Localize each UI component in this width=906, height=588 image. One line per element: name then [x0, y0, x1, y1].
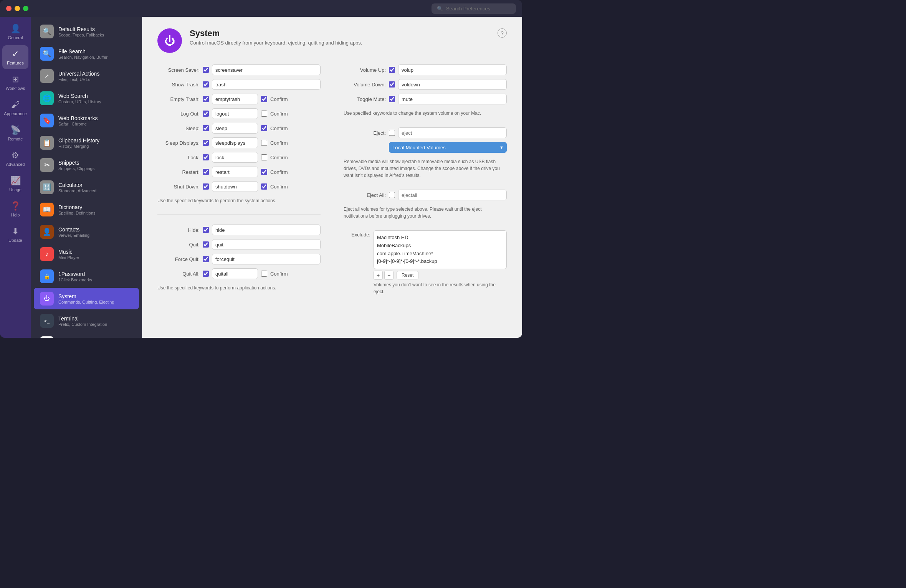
page-title: System [190, 28, 362, 38]
sleep-input[interactable] [212, 123, 258, 134]
menu-subtitle: Mini Player [58, 255, 133, 260]
terminal-icon: >_ [40, 314, 54, 328]
volumeup-input[interactable] [398, 64, 507, 75]
menu-title: System [58, 293, 133, 299]
sidebar-item-advanced[interactable]: ⚙ Advanced [2, 147, 28, 170]
emptytrash-checkbox[interactable] [203, 96, 209, 102]
sidebar-item-remote[interactable]: 📡 Remote [2, 121, 28, 145]
forcequit-label: Force Quit: [157, 256, 200, 262]
lock-checkbox[interactable] [203, 154, 209, 160]
eject-scope-dropdown[interactable]: Local Mounted Volumes All Mounted Volume… [389, 142, 507, 153]
menu-item-contacts[interactable]: 👤 Contacts Viewer, Emailing [34, 221, 139, 243]
emptytrash-input[interactable] [212, 94, 258, 104]
quitall-checkbox[interactable] [203, 271, 209, 277]
menu-item-terminal[interactable]: >_ Terminal Prefix, Custom Integration [34, 310, 139, 332]
search-bar[interactable]: 🔍 [432, 3, 516, 14]
menu-item-large-type[interactable]: L Large Type Display, Font [34, 332, 139, 338]
shutdown-checkbox[interactable] [203, 183, 209, 190]
volumedown-checkbox[interactable] [389, 81, 395, 88]
lock-input[interactable] [212, 152, 258, 163]
menu-item-web-bookmarks[interactable]: 🔖 Web Bookmarks Safari, Chrome [34, 110, 139, 131]
menu-item-dictionary[interactable]: 📖 Dictionary Spelling, Definitions [34, 199, 139, 220]
quitall-confirm-checkbox[interactable] [261, 271, 267, 277]
help-button[interactable]: ? [498, 28, 507, 38]
ejectall-input[interactable] [398, 190, 507, 200]
search-input[interactable] [446, 6, 511, 12]
minimize-button[interactable] [15, 6, 20, 11]
shutdown-input[interactable] [212, 181, 258, 192]
mute-input[interactable] [398, 94, 507, 104]
menu-item-universal-actions[interactable]: ↗ Universal Actions Files, Text, URLs [34, 65, 139, 87]
restart-confirm-checkbox[interactable] [261, 169, 267, 175]
sidebar-item-appearance[interactable]: 🖌 Appearance [2, 96, 28, 120]
exclude-hint: Volumes you don't want to see in the res… [374, 281, 507, 295]
menu-item-music[interactable]: ♪ Music Mini Player [34, 243, 139, 265]
sidebar-item-update[interactable]: ⬇ Update [2, 223, 28, 246]
sleep-checkbox[interactable] [203, 125, 209, 131]
menu-item-web-search[interactable]: 🌐 Web Search Custom, URLs, History [34, 88, 139, 109]
shutdown-confirm-checkbox[interactable] [261, 183, 267, 190]
emptytrash-label: Empty Trash: [157, 96, 200, 102]
remove-exclude-button[interactable]: − [384, 271, 393, 280]
mute-row: Toggle Mute: [344, 94, 507, 104]
sidebar-item-usage[interactable]: 📈 Usage [2, 172, 28, 196]
lock-confirm-checkbox[interactable] [261, 154, 267, 160]
sidebar-item-workflows[interactable]: ⊞ Workflows [2, 71, 28, 94]
eject-input[interactable] [398, 127, 507, 138]
restart-input[interactable] [212, 167, 258, 177]
quit-checkbox[interactable] [203, 241, 209, 248]
screensaver-input[interactable] [212, 64, 321, 75]
hide-checkbox[interactable] [203, 227, 209, 233]
emptytrash-confirm-checkbox[interactable] [261, 96, 267, 102]
eject-checkbox[interactable] [389, 130, 395, 136]
lock-row: Lock: Confirm [157, 152, 321, 163]
sleep-confirm-checkbox[interactable] [261, 125, 267, 131]
sidebar-item-help[interactable]: ❓ Help [2, 197, 28, 221]
sidebar-item-label: General [8, 35, 23, 40]
sleepdisplays-confirm-checkbox[interactable] [261, 140, 267, 146]
add-exclude-button[interactable]: + [374, 271, 383, 280]
logout-input[interactable] [212, 108, 258, 119]
sidebar-item-features[interactable]: ✓ Features [2, 45, 28, 69]
restart-row: Restart: Confirm [157, 167, 321, 177]
music-icon: ♪ [40, 247, 54, 261]
ejectall-checkbox[interactable] [389, 192, 395, 198]
restart-checkbox[interactable] [203, 169, 209, 175]
menu-item-calculator[interactable]: 🔢 Calculator Standard, Advanced [34, 177, 139, 198]
eject-scope-select[interactable]: Local Mounted Volumes All Mounted Volume… [389, 142, 507, 153]
forcequit-input[interactable] [212, 254, 321, 264]
content-area: ⏻ System Control macOS directly from you… [142, 17, 522, 338]
default-results-icon: 🔍 [40, 25, 54, 38]
menu-item-default-results[interactable]: 🔍 Default Results Scope, Types, Fallback… [34, 21, 139, 42]
sleepdisplays-input[interactable] [212, 137, 258, 148]
exclude-box[interactable]: Macintosh HD MobileBackups com.apple.Tim… [374, 230, 507, 269]
volumedown-input[interactable] [398, 79, 507, 90]
showtrash-input[interactable] [212, 79, 321, 90]
shutdown-row: Shut Down: Confirm [157, 181, 321, 192]
quit-input[interactable] [212, 239, 321, 250]
quitall-input[interactable] [212, 268, 258, 279]
quitall-confirm-label: Confirm [270, 271, 288, 277]
menu-title: Contacts [58, 226, 133, 233]
forcequit-checkbox[interactable] [203, 256, 209, 262]
menu-item-snippets[interactable]: ✂ Snippets Snippets, Clippings [34, 154, 139, 176]
screensaver-checkbox[interactable] [203, 67, 209, 73]
hide-input[interactable] [212, 225, 321, 235]
volumeup-checkbox[interactable] [389, 67, 395, 73]
mute-checkbox[interactable] [389, 96, 395, 102]
reset-exclude-button[interactable]: Reset [397, 271, 418, 279]
menu-item-system[interactable]: ⏻ System Commands, Quitting, Ejecting [34, 288, 139, 309]
sidebar-item-general[interactable]: 👤 General [2, 20, 28, 44]
menu-item-clipboard-history[interactable]: 📋 Clipboard History History, Merging [34, 132, 139, 154]
menu-item-onepassword[interactable]: 🔒 1Password 1Click Bookmarks [34, 266, 139, 287]
volume-hint: Use specified keywords to change the sys… [344, 110, 507, 117]
maximize-button[interactable] [23, 6, 28, 11]
showtrash-row: Show Trash: [157, 79, 321, 90]
logout-checkbox[interactable] [203, 111, 209, 117]
sleepdisplays-checkbox[interactable] [203, 140, 209, 146]
menu-item-file-search[interactable]: 🔍 File Search Search, Navigation, Buffer [34, 43, 139, 64]
exclude-label: Exclude: [344, 232, 370, 238]
close-button[interactable] [6, 6, 12, 11]
showtrash-checkbox[interactable] [203, 81, 209, 88]
logout-confirm-checkbox[interactable] [261, 111, 267, 117]
